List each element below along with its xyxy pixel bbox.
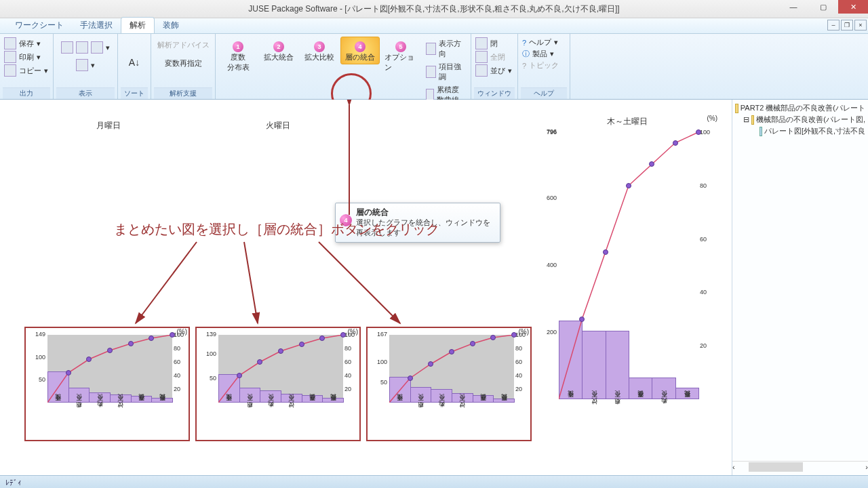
mdi-minimize[interactable]: – (827, 20, 840, 30)
category-label: 粗さ不良 (416, 405, 425, 412)
save-button[interactable]: 保存 ▾ (3, 37, 42, 50)
ribbon: 保存 ▾ 印刷 ▾ コピー ▾ 出力 ▾ ▾ 表示 A↓ ソート 解析アドバイス… (0, 34, 868, 100)
pareto-chart-monday[interactable]: (%)1495010020406080100寸法不良粗さ不良丸め不良欠け不良形状… (24, 327, 190, 441)
category-label: 欠け不良 (590, 402, 599, 409)
group-output: 出力 (3, 87, 50, 99)
help-button[interactable]: ?ヘルプ ▾ (521, 37, 559, 48)
save-icon (4, 37, 16, 49)
pareto-chart-thu-sat[interactable]: 木～土曜日 (%)79620040060079620406080100寸法不良欠… (536, 115, 719, 440)
category-label: 丸め不良 (660, 402, 669, 409)
window-title: JUSE Package Software - [パレート図[外観不良,寸法不良… (0, 3, 868, 15)
badge-4-icon: 4 (355, 41, 366, 52)
pareto-chart-3[interactable]: (%)1675010020406080100寸法不良粗さ不良丸め不良欠け不良形状… (366, 327, 532, 441)
tab-method[interactable]: 手法選択 (72, 18, 121, 33)
tab-worksheet[interactable]: ワークシート (7, 18, 72, 33)
win-close-all-button: 全閉 (474, 50, 507, 64)
tree-row-3[interactable]: パレート図[外観不良,寸法不良 (732, 125, 868, 137)
view-btn-2[interactable]: ▾ (75, 58, 96, 72)
mdi-close[interactable]: × (854, 20, 867, 30)
view-btn-1[interactable]: ▾ (60, 41, 111, 54)
zoom-merge-button[interactable]: 2拡大統合 (259, 37, 298, 64)
category-label: 丸め不良 (96, 405, 104, 412)
category-label: 丸め不良 (267, 405, 275, 412)
layer-merge-button[interactable]: 4層の統合 (340, 37, 380, 64)
status-text: ﾚﾃﾞｨ (5, 479, 22, 487)
svg-line-1 (244, 242, 258, 323)
sheet-icon (751, 115, 754, 125)
side-panel: PART2 機械部品の不良改善(パレート ⊟ 機械部品の不良改善(パレート図, … (732, 100, 868, 475)
sort-icon: A↓ (125, 53, 144, 72)
advice-button: 解析アドバイス (156, 39, 211, 51)
win-arrange-button[interactable]: 並び ▾ (474, 64, 513, 77)
zoom-compare-button[interactable]: 3拡大比較 (300, 37, 339, 64)
sort-button[interactable]: A↓ (117, 51, 151, 74)
topic-button: ?トピック (521, 60, 560, 71)
group-sort: ソート (121, 87, 148, 99)
group-view: 表示 (56, 87, 115, 99)
minimize-button[interactable]: — (778, 0, 808, 14)
maximize-button[interactable]: ▢ (808, 0, 838, 14)
label-tuesday: 火曜日 (237, 119, 319, 133)
category-label: 欠け不良 (287, 405, 296, 412)
group-window: ウィンドウ (474, 87, 515, 99)
chart-icon (760, 127, 762, 136)
tooltip-title: 層の統合 (356, 208, 389, 216)
percent-label: (%) (707, 115, 717, 122)
copy-icon (4, 64, 16, 77)
book-icon (735, 104, 738, 113)
pareto-chart-tuesday[interactable]: (%)1395010020406080100寸法不良粗さ不良丸め不良欠け不良形状… (195, 327, 361, 441)
annotation-text: まとめたい図を選択し［層の統合］ボタンをクリック (114, 220, 439, 239)
close-button[interactable]: ✕ (838, 0, 868, 14)
tab-analysis[interactable]: 解析 (121, 17, 155, 33)
badge-3-icon: 3 (314, 41, 325, 52)
big-chart-title: 木～土曜日 (536, 115, 719, 129)
category-label: 欠け不良 (116, 405, 125, 412)
canvas-area: 4 層の統合 選択したグラフを統合し、ウィンドウを再表示します まとめたい図を選… (0, 100, 732, 475)
category-label: 粗さ不良 (245, 405, 254, 412)
badge-5-icon: 5 (395, 41, 406, 52)
win-close-button[interactable]: 閉 (474, 37, 499, 50)
copy-button[interactable]: コピー ▾ (3, 64, 50, 77)
workspace: 4 層の統合 選択したグラフを統合し、ウィンドウを再表示します まとめたい図を選… (0, 100, 868, 475)
group-help: ヘルプ (521, 87, 567, 99)
svg-line-0 (136, 242, 197, 323)
options-button[interactable]: 5オプション (381, 37, 420, 75)
display-dir-button[interactable]: 表示方向 (425, 38, 465, 60)
label-monday: 月曜日 (68, 119, 149, 133)
tree-row-1[interactable]: PART2 機械部品の不良改善(パレート (732, 102, 868, 114)
category-label: 丸め不良 (437, 405, 446, 412)
print-button[interactable]: 印刷 ▾ (3, 50, 42, 64)
system-buttons: — ▢ ✕ (778, 0, 868, 14)
category-label: 欠け不良 (458, 405, 467, 412)
freq-table-button[interactable]: 1度数 分布表 (218, 37, 258, 75)
category-label: 粗さ不良 (613, 402, 622, 409)
product-button[interactable]: ⓘ製品 ▾ (521, 48, 555, 60)
badge-2-icon: 2 (273, 41, 284, 52)
group-support: 解析支援 (154, 87, 212, 99)
print-icon (4, 51, 16, 63)
side-scrollbar[interactable]: ‹› (732, 461, 868, 472)
item-highlight-button[interactable]: 項目強調 (425, 61, 465, 83)
menu-bar: ワークシート 手法選択 解析 装飾 – ❐ × (0, 18, 868, 34)
tab-decor[interactable]: 装飾 (155, 18, 187, 33)
badge-1-icon: 1 (233, 41, 243, 52)
svg-line-2 (319, 242, 400, 323)
mdi-restore[interactable]: ❐ (841, 20, 853, 30)
revar-button[interactable]: 変数再指定 (163, 58, 203, 69)
category-label: 粗さ不良 (75, 405, 83, 412)
status-bar: ﾚﾃﾞｨ (0, 475, 868, 488)
tree-row-2[interactable]: ⊟ 機械部品の不良改善(パレート図, (732, 114, 868, 125)
title-bar: JUSE Package Software - [パレート図[外観不良,寸法不良… (0, 0, 868, 18)
